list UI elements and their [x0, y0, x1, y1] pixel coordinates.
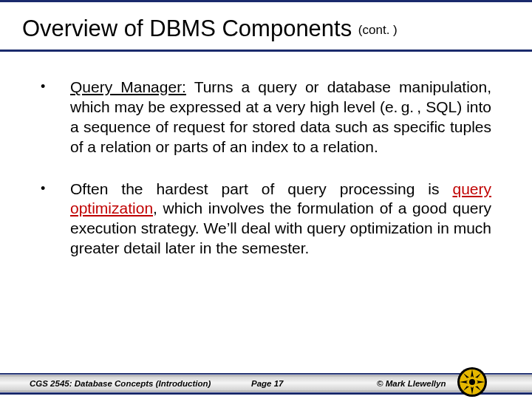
slide: Overview of DBMS Components (cont. ) • Q… [0, 0, 532, 399]
title-cont: (cont. ) [358, 23, 398, 37]
footer-rule-bottom [0, 392, 532, 395]
bullet-text: Query Manager: Turns a query or database… [70, 78, 491, 157]
footer-copyright: © Mark Llewellyn [355, 379, 532, 388]
bullet-pre: Often the hardest part of query processi… [70, 180, 452, 197]
bullet-item: • Often the hardest part of query proces… [41, 180, 491, 259]
footer-page: Page 17 [251, 379, 355, 388]
bullet-text: Often the hardest part of query processi… [70, 180, 491, 259]
footer-bar: CGS 2545: Database Concepts (Introductio… [0, 375, 532, 392]
slide-title: Overview of DBMS Components (cont. ) [22, 16, 510, 42]
term-query-manager: Query Manager: [70, 78, 186, 95]
bullet-marker: • [41, 180, 70, 259]
svg-point-2 [469, 379, 475, 385]
footer-course: CGS 2545: Database Concepts (Introductio… [0, 379, 251, 388]
ucf-logo-icon [457, 366, 488, 398]
title-main: Overview of DBMS Components [22, 16, 352, 41]
footer-rule-top [0, 373, 532, 375]
title-area: Overview of DBMS Components (cont. ) [0, 2, 532, 50]
footer: CGS 2545: Database Concepts (Introductio… [0, 368, 532, 399]
bullet-item: • Query Manager: Turns a query or databa… [41, 78, 491, 157]
bullet-marker: • [41, 78, 70, 157]
content-area: • Query Manager: Turns a query or databa… [0, 52, 532, 259]
